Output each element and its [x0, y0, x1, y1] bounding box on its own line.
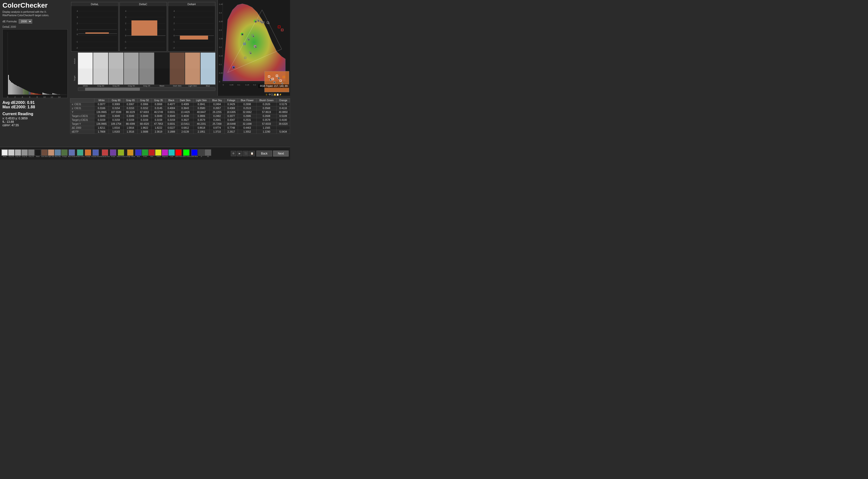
svg-rect-23 — [30, 92, 30, 95]
svg-rect-8 — [15, 85, 16, 95]
svg-text:-1: -1 — [124, 40, 126, 43]
cell: 0.3067 — [123, 102, 137, 106]
strip-label: Blue — [137, 156, 140, 158]
svg-text:0.3: 0.3 — [219, 29, 222, 31]
strip-swatch-lightskin[interactable]: Light Skin — [48, 149, 54, 158]
swatch-gray65-actual — [108, 53, 123, 69]
strip-label: Orange Yellow — [126, 156, 135, 158]
row-label-y: y: CIE31 — [70, 106, 94, 110]
strip-label: 100% Green — [182, 156, 190, 158]
strip-label: Orange — [86, 156, 90, 158]
cell: 1.8316 — [109, 126, 123, 130]
strip-swatch-orangeyellow[interactable]: Orange Yellow — [126, 149, 135, 158]
svg-text:-2: -2 — [124, 47, 126, 49]
svg-rect-78 — [85, 32, 109, 34]
strip-swatch-100blue[interactable]: 100% Blue — [191, 149, 198, 158]
svg-text:S: S — [266, 93, 267, 96]
strip-swatch-bluishgreen[interactable]: Bluish Green — [76, 149, 85, 158]
strip-swatch-orange[interactable]: Orange — [85, 149, 91, 158]
cell: 1.8211 — [94, 126, 108, 130]
cell: 0.4116 — [277, 106, 290, 110]
strip-label: Cyan — [170, 156, 173, 158]
svg-rect-14 — [21, 88, 22, 95]
strip-swatch-yellow[interactable]: Yellow — [155, 149, 161, 158]
swatch-columns: White Gray 80 Gray 65 G — [78, 53, 215, 87]
strip-swatch-100green[interactable]: 100% Green — [182, 149, 190, 158]
strip-swatch-cyan[interactable]: Cyan — [168, 149, 175, 158]
svg-rect-19 — [26, 90, 27, 95]
settings-icon-4[interactable]: 📋 — [249, 151, 255, 156]
strip-swatch-bluesky[interactable]: Blue Sky — [55, 149, 61, 158]
strip-label: Yellow Green — [117, 156, 125, 158]
cell: 1.5688 — [137, 130, 151, 134]
col-header-orange: Orange — [277, 99, 290, 102]
de-formula-select[interactable]: 2000 — [19, 19, 32, 24]
settings-icon-2[interactable]: ▶ — [237, 151, 242, 156]
strip-swatch-red[interactable]: Red — [149, 149, 155, 158]
cell — [277, 126, 290, 130]
swatch-white: White — [78, 53, 93, 87]
svg-rect-4 — [11, 82, 12, 95]
cell: 0.0227 — [165, 126, 177, 130]
strip-swatch-gray65[interactable]: Gray 65 — [15, 149, 21, 158]
strip-swatch-darkskin[interactable]: Dark Skin — [41, 149, 48, 158]
cell: 0.3066 — [137, 102, 151, 106]
strip-swatch-gray80[interactable]: Gray 80 — [8, 149, 14, 158]
stats-block: Avg dE2000: 0.91 Max dE2000: 1.88 — [2, 100, 68, 109]
svg-text:1: 1 — [174, 28, 175, 31]
swatch-gray65: Gray 65 — [108, 53, 123, 87]
settings-icon-3[interactable]: ⬛ — [243, 151, 249, 156]
svg-rect-30 — [37, 94, 37, 95]
swatch-white-actual — [78, 53, 93, 69]
next-button[interactable]: Next — [273, 150, 288, 157]
strip-swatch-yellowgreen[interactable]: Yellow Green — [117, 149, 125, 158]
col-header-gray65: Gray 65 — [123, 99, 137, 102]
delta-l-chart: DeltaL 4 3 2 1 0 -1 — [71, 2, 119, 52]
strip-label: Magenta — [162, 156, 168, 158]
strip-swatch-2f2[interactable]: 2f2 — [205, 149, 211, 158]
swatch-gray65-label: Gray 65 — [108, 85, 123, 87]
strip-swatch-2f[interactable]: 2f — [198, 149, 205, 158]
strip-swatch-black[interactable]: Black — [35, 149, 41, 158]
delta-h-chart: DeltaH 4 3 2 1 0 -1 -2 — [168, 2, 215, 52]
back-button[interactable]: Back — [256, 150, 272, 157]
strip-swatch-white[interactable]: White — [1, 149, 8, 158]
settings-icon-1[interactable]: ⚙ — [231, 151, 236, 156]
strip-swatch-blueflower[interactable]: Blue Flower — [68, 149, 76, 158]
swatch-darkskin-label: Dark Skin — [170, 85, 185, 87]
strip-swatch-foliage[interactable]: Foliage — [61, 149, 68, 158]
svg-rect-48 — [54, 94, 55, 95]
data-table-area[interactable]: White Gray 80 Gray 65 Gray 50 Gray 35 Bl… — [70, 98, 290, 134]
swatch-black-label: Black — [155, 85, 169, 87]
strip-swatch-green[interactable]: Green — [142, 149, 148, 158]
svg-point-123 — [268, 23, 270, 24]
delta-l-title: DeltaL — [71, 2, 118, 6]
cell: 0.3049 — [165, 114, 177, 118]
cell: 26.2255 — [210, 110, 224, 114]
svg-rect-37 — [43, 93, 44, 95]
svg-rect-12 — [19, 87, 20, 95]
swatch-scrollbar[interactable] — [78, 88, 215, 91]
strip-swatch-magenta[interactable]: Magenta — [162, 149, 168, 158]
strip-swatch-blue[interactable]: Blue — [135, 149, 142, 158]
cell: 0.3069 — [109, 102, 123, 106]
strip-swatch-purple[interactable]: Purple — [110, 149, 116, 158]
cell: 0.3159 — [151, 118, 165, 122]
strip-swatch-purplishblue[interactable]: Purplish Blue — [91, 149, 100, 158]
strip-swatch-100red[interactable]: 100% Red — [175, 149, 182, 158]
cell: 2.1951 — [193, 130, 210, 134]
row-label-target-Y: Target Y — [70, 122, 94, 126]
swatch-white-label: White — [78, 85, 93, 87]
svg-rect-3 — [10, 81, 11, 95]
cell: 0.5109 — [277, 114, 290, 118]
strip-swatch-gray50[interactable]: Gray 50 — [21, 149, 28, 158]
col-header-empty — [70, 99, 94, 102]
svg-rect-159 — [265, 71, 289, 92]
swatch-white-target — [78, 69, 93, 84]
svg-rect-41 — [48, 94, 48, 95]
strip-label: Purplish Blue — [91, 156, 100, 158]
row-label-x: x: CIE31 — [70, 102, 94, 106]
strip-swatch-gray35[interactable]: Gray 35 — [28, 149, 34, 158]
strip-swatch-moderatered[interactable]: Moderate Red — [100, 149, 110, 158]
cell: 0.3049 — [137, 114, 151, 118]
